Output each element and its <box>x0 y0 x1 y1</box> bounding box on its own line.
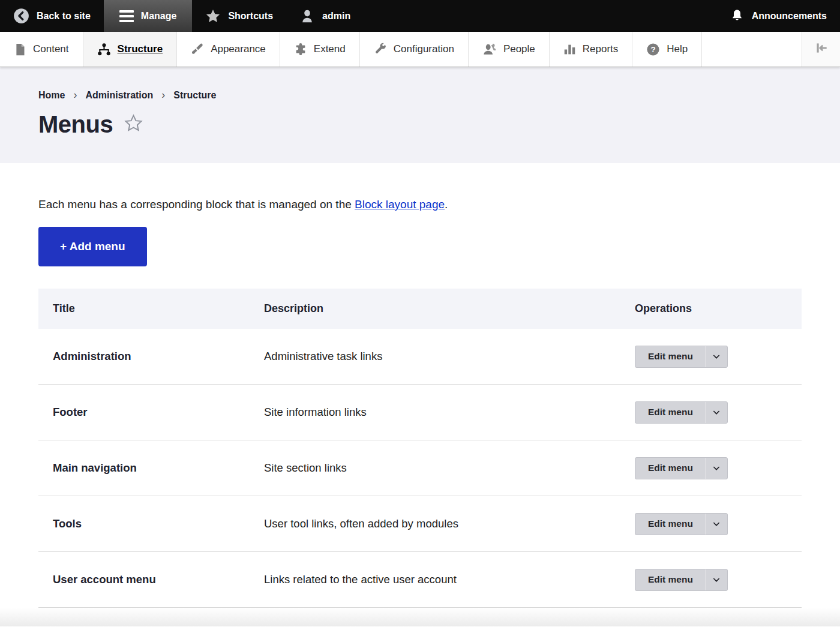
intro-text-before: Each menu has a corresponding block that… <box>38 198 355 211</box>
admin-bar-spacer <box>364 0 716 32</box>
chevron-down-icon <box>712 519 721 529</box>
menu-title: Footer <box>38 406 264 419</box>
edit-menu-dropbutton: Edit menu <box>635 457 728 479</box>
intro-text: Each menu has a corresponding block that… <box>38 198 802 211</box>
chevron-down-icon <box>712 352 721 361</box>
add-menu-button[interactable]: + Add menu <box>38 227 147 266</box>
breadcrumb: Home › Administration › Structure <box>38 89 802 101</box>
tab-structure[interactable]: Structure <box>83 32 178 67</box>
table-row: Main navigation Site section links Edit … <box>38 440 802 496</box>
edit-menu-button[interactable]: Edit menu <box>635 569 706 590</box>
menu-description: Links related to the active user account <box>264 573 635 586</box>
table-row: Footer Site information links Edit menu <box>38 385 802 440</box>
tab-configuration[interactable]: Configuration <box>360 32 469 67</box>
org-chart-icon <box>97 43 111 56</box>
tab-people[interactable]: People <box>469 32 550 67</box>
dropdown-toggle-button[interactable] <box>706 569 727 590</box>
dropdown-toggle-button[interactable] <box>706 458 727 479</box>
block-layout-link[interactable]: Block layout page <box>355 198 445 211</box>
wrench-icon <box>374 43 387 56</box>
dropdown-toggle-button[interactable] <box>706 402 727 423</box>
tab-extend-label: Extend <box>314 43 346 55</box>
svg-text:?: ? <box>651 45 656 54</box>
toolbar-spacer <box>702 32 802 67</box>
breadcrumb-separator: › <box>161 89 165 101</box>
header-operations: Operations <box>635 302 802 315</box>
menu-description: Site information links <box>264 406 635 419</box>
tab-configuration-label: Configuration <box>394 43 454 55</box>
back-to-site-button[interactable]: Back to site <box>0 0 104 32</box>
menu-title: Administration <box>38 350 264 363</box>
puzzle-icon <box>294 43 307 56</box>
bell-icon <box>730 8 745 23</box>
chevron-down-icon <box>712 407 721 417</box>
table-row: Administration Administrative task links… <box>38 329 802 385</box>
announcements-label: Announcements <box>752 11 827 22</box>
edit-menu-dropbutton: Edit menu <box>635 513 728 535</box>
admin-toolbar: Back to site Manage Shortcuts admin Anno… <box>0 0 840 32</box>
page-title: Menus <box>38 111 113 138</box>
table-row: Tools User tool links, often added by mo… <box>38 496 802 552</box>
tab-structure-label: Structure <box>118 43 163 55</box>
manage-tab[interactable]: Manage <box>104 0 193 32</box>
tab-appearance-label: Appearance <box>211 43 266 55</box>
menu-description: User tool links, often added by modules <box>264 517 635 530</box>
paintbrush-icon <box>191 43 204 56</box>
breadcrumb-home[interactable]: Home <box>38 90 65 101</box>
menu-title: Main navigation <box>38 461 264 475</box>
menu-description: Site section links <box>264 461 635 475</box>
edit-menu-button[interactable]: Edit menu <box>635 458 706 479</box>
tab-content[interactable]: Content <box>0 32 83 67</box>
back-circle-icon <box>13 8 29 24</box>
bar-chart-icon <box>563 43 576 56</box>
edit-menu-dropbutton: Edit menu <box>635 401 728 424</box>
user-tab[interactable]: admin <box>286 0 364 32</box>
shortcuts-label: Shortcuts <box>228 11 273 22</box>
manage-label: Manage <box>141 11 177 22</box>
page-header: Home › Administration › Structure Menus <box>0 67 840 163</box>
announcements-button[interactable]: Announcements <box>716 0 840 32</box>
dropdown-toggle-button[interactable] <box>706 514 727 535</box>
back-to-site-label: Back to site <box>37 11 91 22</box>
edit-menu-button[interactable]: Edit menu <box>635 514 706 535</box>
main-content: Each menu has a corresponding block that… <box>0 163 840 608</box>
intro-text-after: . <box>445 198 448 211</box>
menu-title: Tools <box>38 517 264 530</box>
shortcuts-tab[interactable]: Shortcuts <box>192 0 286 32</box>
user-icon <box>299 8 315 24</box>
tab-content-label: Content <box>33 43 69 55</box>
table-row: User account menu Links related to the a… <box>38 552 802 608</box>
chevron-down-icon <box>712 575 721 584</box>
breadcrumb-structure[interactable]: Structure <box>173 90 216 101</box>
dropdown-toggle-button[interactable] <box>706 346 727 367</box>
hamburger-icon <box>119 10 134 22</box>
breadcrumb-separator: › <box>73 89 77 101</box>
page-bottom-fade <box>0 608 840 626</box>
file-icon <box>14 43 26 56</box>
collapse-toolbar-button[interactable] <box>802 32 840 67</box>
tab-reports-label: Reports <box>583 43 619 55</box>
admin-menu-toolbar: Content Structure Appearance Extend Conf… <box>0 32 840 67</box>
favorite-star-icon[interactable] <box>124 113 143 136</box>
tab-help[interactable]: ? Help <box>632 32 702 67</box>
star-icon <box>205 8 221 24</box>
chevron-down-icon <box>712 463 721 473</box>
edit-menu-button[interactable]: Edit menu <box>635 402 706 423</box>
tab-people-label: People <box>503 43 535 55</box>
tab-help-label: Help <box>667 43 688 55</box>
menu-title: User account menu <box>38 573 264 586</box>
breadcrumb-administration[interactable]: Administration <box>85 90 153 101</box>
tab-appearance[interactable]: Appearance <box>177 32 280 67</box>
collapse-left-icon <box>814 40 829 58</box>
header-description: Description <box>264 302 635 315</box>
header-title: Title <box>38 302 264 315</box>
edit-menu-button[interactable]: Edit menu <box>635 346 706 367</box>
edit-menu-dropbutton: Edit menu <box>635 569 728 591</box>
menus-table: Title Description Operations Administrat… <box>38 289 802 608</box>
tab-extend[interactable]: Extend <box>280 32 360 67</box>
tab-reports[interactable]: Reports <box>550 32 633 67</box>
edit-menu-dropbutton: Edit menu <box>635 346 728 368</box>
question-icon: ? <box>646 43 660 56</box>
menu-description: Administrative task links <box>264 350 635 363</box>
people-icon <box>482 43 497 56</box>
